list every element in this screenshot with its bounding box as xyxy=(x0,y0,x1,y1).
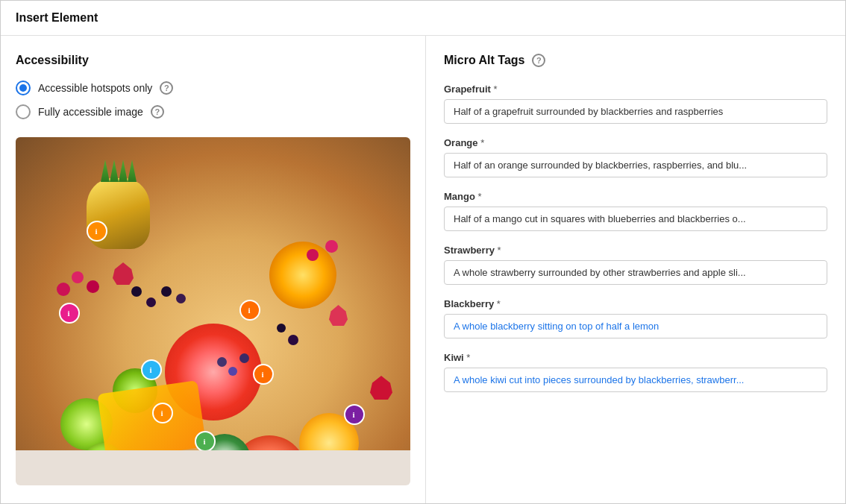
blueberry2 xyxy=(228,367,237,376)
left-panel: Accessibility Accessible hotspots only ?… xyxy=(1,36,426,503)
fruit-image: i i i i i i xyxy=(16,137,410,450)
raspberry1 xyxy=(57,283,70,296)
radio-item-hotspots[interactable]: Accessible hotspots only ? xyxy=(16,81,410,95)
hotspot-orange[interactable]: i xyxy=(239,300,260,321)
hotspot-grapefruit[interactable]: i xyxy=(253,364,274,385)
orange-label: Orange * xyxy=(444,137,827,148)
svg-text:i: i xyxy=(150,365,152,374)
kiwi-label: Kiwi * xyxy=(444,352,827,363)
mango-label: Mango * xyxy=(444,191,827,202)
grapefruit-label: Grapefruit * xyxy=(444,84,827,95)
berry1 xyxy=(131,286,142,297)
svg-text:i: i xyxy=(353,410,355,419)
orange-input[interactable] xyxy=(444,153,827,177)
berry6 xyxy=(288,335,298,345)
raspberry4 xyxy=(307,249,319,261)
modal-container: Insert Element Accessibility Accessible … xyxy=(0,0,846,504)
micro-alt-help-icon[interactable]: ? xyxy=(532,54,545,67)
radio-hotspots-label: Accessible hotspots only xyxy=(38,82,152,94)
hotspots-help-icon[interactable]: ? xyxy=(160,81,173,95)
radio-fully-accessible-circle[interactable] xyxy=(16,104,31,119)
accessibility-section-title: Accessibility xyxy=(16,54,410,67)
modal-body: Accessibility Accessible hotspots only ?… xyxy=(1,36,845,503)
field-group-blackberry: Blackberry * xyxy=(444,298,827,338)
blueberry1 xyxy=(217,357,227,367)
radio-fully-accessible-label: Fully accessible image xyxy=(38,106,143,118)
berry5 xyxy=(277,324,286,333)
berry2 xyxy=(146,297,156,307)
field-group-orange: Orange * xyxy=(444,137,827,177)
orange-visual xyxy=(269,242,336,309)
svg-text:i: i xyxy=(161,409,163,418)
hotspot-kiwi[interactable]: i xyxy=(195,431,216,450)
hotspot-mango[interactable]: i xyxy=(141,359,162,380)
right-panel: Micro Alt Tags ? Grapefruit * Orange * M… xyxy=(426,36,845,503)
berry4 xyxy=(176,294,186,303)
field-group-strawberry: Strawberry * xyxy=(444,245,827,285)
radio-item-fully-accessible[interactable]: Fully accessible image ? xyxy=(16,104,410,119)
raspberry2 xyxy=(72,271,84,283)
raspberry3 xyxy=(87,280,99,293)
kiwi-input[interactable] xyxy=(444,368,827,392)
svg-text:i: i xyxy=(262,370,264,379)
svg-text:i: i xyxy=(68,309,70,318)
modal-title: Insert Element xyxy=(16,11,98,24)
fully-accessible-help-icon[interactable]: ? xyxy=(151,105,164,119)
svg-text:i: i xyxy=(248,306,251,315)
blackberry-input[interactable] xyxy=(444,314,827,338)
modal-header: Insert Element xyxy=(1,1,845,36)
hotspot-pineapple[interactable]: i xyxy=(87,221,107,242)
raspberry5 xyxy=(325,240,338,253)
blueberry3 xyxy=(239,353,249,363)
field-group-grapefruit: Grapefruit * xyxy=(444,84,827,124)
hotspot-blackberry[interactable]: i xyxy=(344,404,365,425)
radio-hotspots-circle[interactable] xyxy=(16,81,31,95)
hotspot-orange2[interactable]: i xyxy=(152,403,173,423)
field-group-kiwi: Kiwi * xyxy=(444,352,827,392)
svg-text:i: i xyxy=(204,437,206,446)
micro-alt-tags-header: Micro Alt Tags ? xyxy=(444,54,827,67)
grapefruit-input[interactable] xyxy=(444,99,827,124)
hotspot-raspberry[interactable]: i xyxy=(59,303,80,324)
fruit-image-container: i i i i i i xyxy=(16,137,410,485)
strawberry-label: Strawberry * xyxy=(444,245,827,256)
berry3 xyxy=(161,286,172,297)
blackberry-label: Blackberry * xyxy=(444,298,827,309)
field-group-mango: Mango * xyxy=(444,191,827,231)
svg-text:i: i xyxy=(95,227,98,236)
accessibility-radio-group: Accessible hotspots only ? Fully accessi… xyxy=(16,81,410,119)
micro-alt-section-title: Micro Alt Tags xyxy=(444,54,524,67)
strawberry-input[interactable] xyxy=(444,260,827,285)
mango-input[interactable] xyxy=(444,207,827,231)
